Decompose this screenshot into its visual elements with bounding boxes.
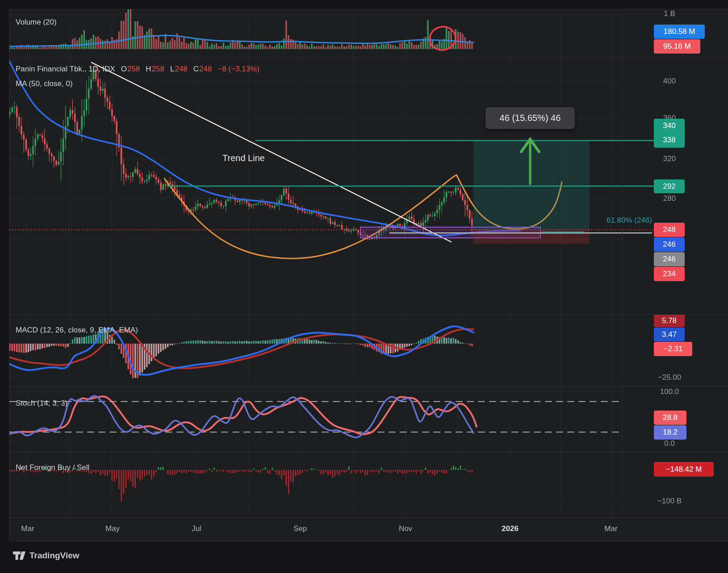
fib-level-label: 61.80% (246): [563, 216, 652, 225]
change-value: −8 (−3.13%): [218, 65, 259, 74]
price-badge-234: 234: [654, 267, 685, 281]
time-axis-label: Jul: [192, 524, 201, 533]
chart-widget: Volume (20) 1 B 180.58 M 95.16 M Panin F…: [0, 0, 728, 573]
price-axis-320: 320: [654, 154, 685, 163]
volume-ma-badge: 180.58 M: [654, 25, 705, 39]
time-axis-label: Mar: [21, 524, 34, 533]
time-axis-label: Mar: [604, 524, 617, 533]
price-axis-400: 400: [654, 77, 685, 86]
nfbs-axis-m100b: −100 B: [645, 497, 694, 506]
stoch-k-badge: 18.2: [654, 425, 686, 440]
time-axis-label: Nov: [399, 524, 412, 533]
last-price-badge-248: 248: [654, 223, 685, 237]
time-axis[interactable]: MarMayJulSepNov2026Mar: [0, 518, 728, 541]
ma50-value-badge-246: 246: [654, 237, 685, 252]
volume-axis-1b-label: 1 B: [654, 9, 685, 18]
price-badge-340: 340: [654, 119, 685, 133]
ohlc-close: C248: [193, 65, 212, 74]
macd-histogram-badge: −2.31: [654, 342, 692, 356]
symbol-title[interactable]: Panin Financial Tbk., 1D, IDX: [16, 65, 115, 74]
time-axis-label: 2026: [502, 524, 519, 533]
trend-line-label[interactable]: Trend Line: [222, 153, 265, 163]
nfbs-value-badge: −148.42 M: [654, 462, 714, 477]
line-value-badge-246: 246: [654, 252, 685, 266]
ma-indicator-label[interactable]: MA (50, close, 0): [16, 79, 73, 88]
price-badge-292: 292: [654, 179, 685, 193]
price-axis-280: 280: [654, 194, 685, 203]
brand-text: TradingView: [29, 551, 79, 561]
stoch-d-badge: 28.8: [654, 411, 686, 425]
ohlc-high: H258: [146, 65, 164, 74]
time-axis-label: Sep: [293, 524, 307, 533]
macd-pane-label[interactable]: MACD (12, 26, close, 9, EMA, EMA): [16, 326, 138, 335]
stoch-axis-100: 100.0: [645, 387, 694, 396]
ohlc-low: L248: [170, 65, 188, 74]
time-axis-label: May: [105, 524, 120, 533]
nfbs-pane-label[interactable]: Net Foreign Buy / Sell: [16, 463, 89, 472]
macd-signal-badge: 5.78: [654, 315, 685, 327]
volume-pane-label: Volume (20): [16, 18, 57, 27]
chart-canvas[interactable]: [0, 0, 728, 573]
volume-value-badge: 95.16 M: [654, 39, 700, 54]
price-badge-338: 338: [654, 133, 685, 148]
macd-value-badge: 3.47: [654, 328, 685, 341]
symbol-title-row: Panin Financial Tbk., 1D, IDX O258 H258 …: [16, 65, 259, 74]
stoch-axis-0: 0.0: [645, 439, 694, 448]
measurement-tooltip: 46 (15.65%) 46: [485, 107, 575, 129]
tradingview-logo[interactable]: TradingView: [13, 550, 79, 561]
tradingview-logo-icon: [13, 550, 26, 561]
ohlc-open: O258: [121, 65, 140, 74]
stoch-pane-label[interactable]: Stoch (14, 3, 3): [16, 399, 67, 408]
macd-axis-m25: −25.00: [645, 373, 694, 382]
